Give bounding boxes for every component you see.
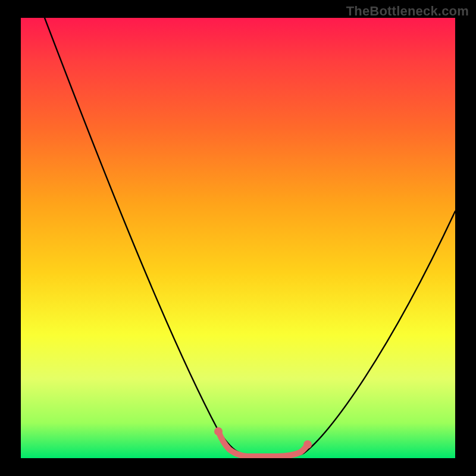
watermark-text: TheBottleneck.com [346, 4, 469, 19]
bottleneck-curve-line [45, 18, 455, 457]
optimal-band-dot-right [303, 440, 312, 449]
chart-frame: TheBottleneck.com [0, 0, 476, 476]
optimal-band-dot-left [214, 427, 223, 436]
optimal-band-line [218, 431, 308, 456]
plot-area [21, 18, 455, 458]
curve-svg [21, 18, 455, 458]
